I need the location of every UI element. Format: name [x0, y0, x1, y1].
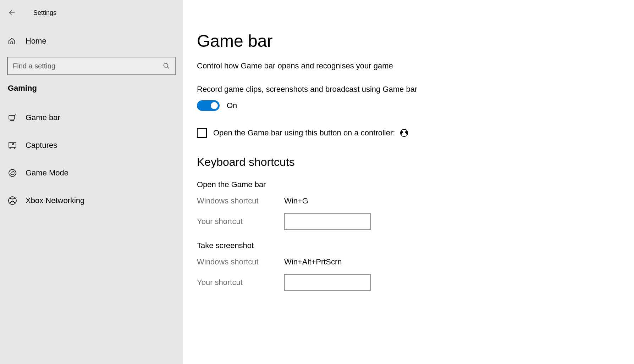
- home-icon: [8, 37, 16, 45]
- shortcut-windows-value: Win+G: [284, 196, 308, 206]
- shortcut-windows-row: Windows shortcut Win+G: [197, 193, 620, 209]
- page-title: Game bar: [197, 31, 620, 51]
- shortcut-your-label: Your shortcut: [197, 217, 284, 226]
- controller-checkbox[interactable]: [197, 128, 207, 138]
- home-nav[interactable]: Home: [0, 32, 183, 50]
- xbox-logo-icon: [400, 129, 408, 137]
- search-icon: [163, 62, 170, 69]
- sidebar-item-xbox-networking[interactable]: Xbox Networking: [0, 188, 183, 213]
- svg-point-7: [9, 197, 16, 205]
- shortcut-title: Take screenshot: [197, 241, 620, 250]
- record-toggle-row: On: [197, 100, 620, 111]
- sidebar-item-label: Xbox Networking: [26, 196, 84, 205]
- window-title: Settings: [33, 9, 56, 17]
- controller-checkbox-label: Open the Game bar using this button on a…: [213, 128, 395, 138]
- sidebar-item-label: Game Mode: [26, 168, 68, 178]
- shortcut-windows-label: Windows shortcut: [197, 257, 284, 267]
- svg-point-4: [13, 144, 14, 145]
- sidebar-item-label: Captures: [26, 141, 57, 150]
- record-setting-label: Record game clips, screenshots and broad…: [197, 85, 620, 94]
- toggle-knob: [211, 102, 218, 109]
- shortcuts-heading: Keyboard shortcuts: [197, 156, 620, 169]
- controller-checkbox-row: Open the Game bar using this button on a…: [197, 128, 620, 138]
- gamebar-icon: [8, 114, 17, 121]
- sidebar-item-gamebar[interactable]: Game bar: [0, 105, 183, 130]
- shortcut-your-input[interactable]: [284, 274, 371, 291]
- svg-point-1: [164, 63, 168, 68]
- shortcut-windows-value: Win+Alt+PrtScrn: [284, 257, 342, 267]
- captures-icon: [8, 142, 17, 149]
- toggle-state-label: On: [227, 101, 237, 110]
- sidebar: Settings Home Gaming Game bar: [0, 0, 183, 364]
- home-label: Home: [26, 37, 46, 46]
- shortcut-title: Open the Game bar: [197, 180, 620, 189]
- xbox-icon: [8, 196, 17, 205]
- header: Settings: [0, 4, 183, 21]
- shortcut-windows-label: Windows shortcut: [197, 196, 284, 206]
- shortcut-your-row: Your shortcut: [197, 274, 620, 291]
- shortcut-group-screenshot: Take screenshot Windows shortcut Win+Alt…: [197, 241, 620, 291]
- shortcut-your-input[interactable]: [284, 213, 371, 230]
- sidebar-item-captures[interactable]: Captures: [0, 133, 183, 158]
- shortcut-windows-row: Windows shortcut Win+Alt+PrtScrn: [197, 254, 620, 270]
- gamemode-icon: [8, 169, 17, 177]
- category-heading: Gaming: [0, 84, 183, 93]
- sidebar-item-label: Game bar: [26, 113, 60, 122]
- back-button[interactable]: [8, 9, 16, 17]
- search-input[interactable]: [13, 62, 163, 70]
- sidebar-item-gamemode[interactable]: Game Mode: [0, 161, 183, 185]
- shortcut-your-label: Your shortcut: [197, 278, 284, 287]
- back-arrow-icon: [8, 9, 16, 17]
- search-box[interactable]: [7, 57, 176, 75]
- shortcut-your-row: Your shortcut: [197, 213, 620, 230]
- page-subtitle: Control how Game bar opens and recognise…: [197, 61, 620, 71]
- svg-line-6: [11, 172, 12, 173]
- record-toggle[interactable]: [197, 100, 220, 111]
- main-content: Game bar Control how Game bar opens and …: [183, 0, 634, 364]
- svg-rect-3: [9, 142, 16, 147]
- svg-line-2: [167, 67, 169, 69]
- shortcut-group-open-gamebar: Open the Game bar Windows shortcut Win+G…: [197, 180, 620, 230]
